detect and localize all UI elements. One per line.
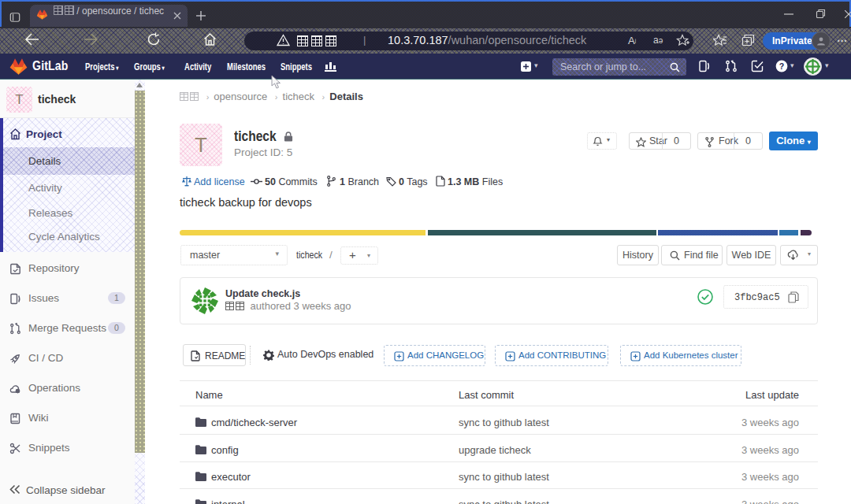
svg-text:?: ? (779, 61, 784, 71)
